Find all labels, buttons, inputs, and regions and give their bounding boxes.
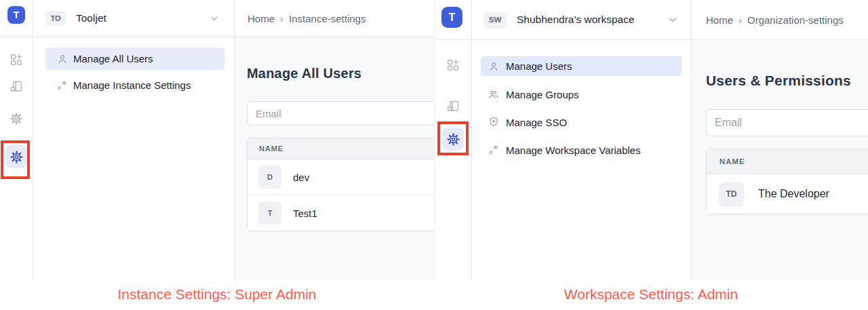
header-divider (0, 37, 434, 37)
workspace-settings-screenshot: T SW Shubhendra's workspace Manage Users… (434, 0, 868, 280)
left-caption: Instance Settings: Super Admin (0, 280, 434, 310)
main-content: Manage All Users NAME D dev T Test1 (235, 37, 434, 280)
menu-item-label: Manage SSO (506, 117, 567, 128)
breadcrumb-separator: › (738, 14, 742, 26)
left-icon-rail: T (0, 0, 33, 280)
workspace-settings-gear-icon[interactable] (442, 128, 464, 151)
variables-icon (56, 79, 68, 92)
email-filter-input[interactable] (706, 109, 868, 136)
menu-item-manage-groups[interactable]: Manage Groups (481, 84, 682, 104)
right-caption: Workspace Settings: Admin (434, 280, 868, 310)
menu-item-manage-users[interactable]: Manage Users (481, 56, 682, 76)
group-icon (488, 88, 500, 100)
user-name: dev (293, 172, 309, 183)
settings-menu-panel: SW Shubhendra's workspace Manage Users M… (471, 0, 692, 280)
tooljet-logo[interactable]: T (441, 7, 462, 28)
left-icon-rail: T (435, 0, 472, 280)
person-icon (488, 60, 500, 73)
user-name: The Developer (758, 188, 829, 200)
header-divider (435, 39, 868, 40)
menu-item-manage-instance-settings[interactable]: Manage Instance Settings (45, 75, 224, 96)
tooljet-logo[interactable]: T (7, 6, 25, 24)
person-icon (56, 53, 68, 65)
apps-icon[interactable] (446, 58, 460, 72)
table-row[interactable]: D dev (248, 159, 434, 195)
workspace-selector[interactable]: SW Shubhendra's workspace (471, 0, 691, 39)
instance-settings-screenshot: T TO Tooljet Manage All Users Manage In (0, 0, 434, 280)
breadcrumb-home[interactable]: Home (706, 14, 733, 26)
main-content: Users & Permissions NAME TD The Develope… (691, 40, 868, 280)
avatar: TD (719, 182, 744, 207)
menu-item-manage-sso[interactable]: Manage SSO (481, 112, 682, 132)
user-name: Test1 (293, 208, 317, 219)
menu-item-manage-all-users[interactable]: Manage All Users (45, 47, 224, 70)
breadcrumb-home[interactable]: Home (248, 13, 275, 24)
name-column-header: NAME (248, 138, 434, 159)
workspace-settings-gear-icon[interactable] (9, 112, 23, 125)
workspace-selector[interactable]: TO Tooljet (33, 0, 234, 37)
instance-settings-gear-icon[interactable] (5, 145, 27, 168)
menu-item-label: Manage Users (506, 60, 572, 72)
workspace-badge: SW (484, 12, 507, 28)
workspace-name: Tooljet (76, 12, 106, 24)
breadcrumb-current: Instance-settings (289, 13, 366, 24)
menu-item-label: Manage Workspace Variables (506, 144, 641, 156)
breadcrumb: Home › Instance-settings (235, 0, 434, 37)
database-icon[interactable] (446, 99, 460, 113)
users-table: NAME D dev T Test1 (247, 138, 434, 231)
workspace-badge: TO (45, 11, 66, 26)
table-row[interactable]: T Test1 (248, 195, 434, 231)
email-filter-input[interactable] (247, 101, 434, 125)
menu-item-label: Manage Instance Settings (73, 79, 191, 91)
breadcrumb-separator: › (280, 13, 283, 24)
menu-item-manage-workspace-variables[interactable]: Manage Workspace Variables (481, 140, 682, 160)
breadcrumb: Home › Organization-settings (691, 0, 868, 39)
name-column-header: NAME (707, 149, 868, 174)
avatar: D (258, 166, 281, 189)
variables-icon (488, 144, 500, 156)
shield-icon (488, 116, 500, 128)
avatar: T (258, 201, 281, 225)
chevron-down-icon[interactable] (667, 14, 679, 26)
chevron-down-icon[interactable] (208, 12, 220, 24)
apps-icon[interactable] (9, 53, 23, 66)
table-row[interactable]: TD The Developer (707, 174, 868, 214)
menu-item-label: Manage All Users (73, 53, 153, 64)
database-icon[interactable] (9, 79, 23, 93)
tooljet-settings-comparison: T TO Tooljet Manage All Users Manage In (0, 0, 868, 310)
workspace-name: Shubhendra's workspace (517, 14, 635, 26)
settings-menu: Manage All Users Manage Instance Setting… (33, 37, 234, 96)
caption-row: Instance Settings: Super Admin Workspace… (0, 280, 868, 310)
page-title: Manage All Users (247, 66, 434, 81)
breadcrumb-current: Organization-settings (747, 14, 844, 26)
settings-menu-panel: TO Tooljet Manage All Users Manage Insta… (33, 0, 235, 280)
users-table: NAME TD The Developer (706, 149, 868, 214)
main-area: Home › Instance-settings Manage All User… (235, 0, 434, 280)
main-area: Home › Organization-settings Users & Per… (691, 0, 868, 280)
page-title: Users & Permissions (706, 73, 868, 89)
menu-item-label: Manage Groups (506, 89, 579, 100)
settings-menu: Manage Users Manage Groups Manage SSO Ma… (471, 39, 691, 160)
